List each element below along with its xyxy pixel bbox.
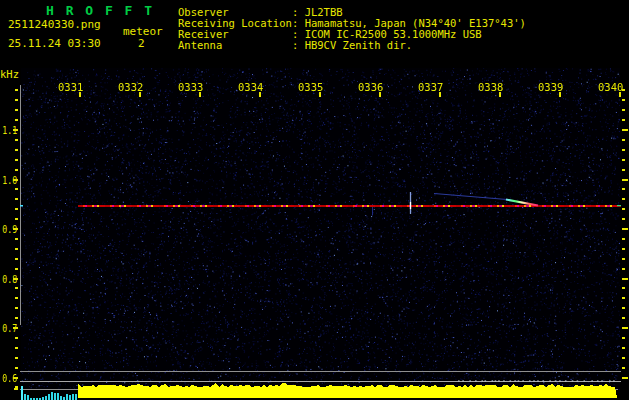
level-meter-yellow-bar [78,383,617,398]
carrier-axis-marker [20,205,23,207]
meteor-echo-trail-bright [506,200,538,206]
meteor-echo-trail-faint [434,194,507,200]
hrofft-spectrogram-screen: H R O F F T 2511240330.png meteor 25.11.… [0,0,629,400]
level-meter-cyan-bars [21,386,78,400]
echo-and-level-overlay [0,0,629,400]
carrier-line-end-cap [617,205,621,206]
level-trace-dots [458,380,615,381]
